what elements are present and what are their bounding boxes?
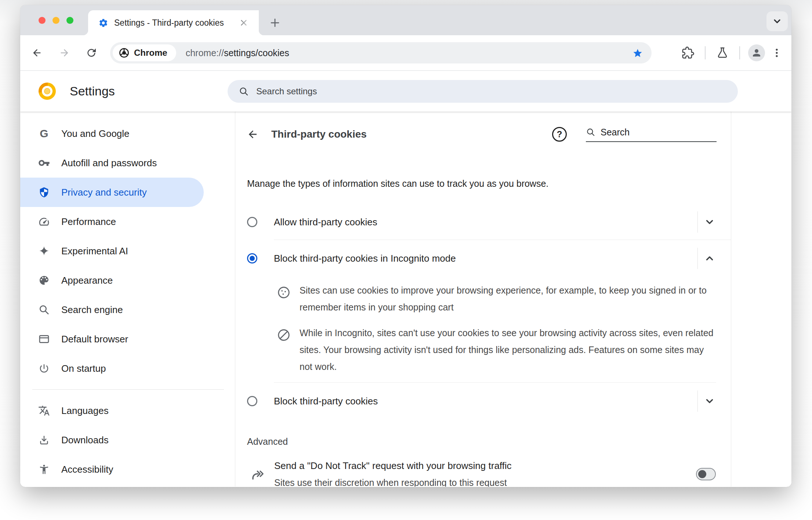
magnifier-icon: [38, 304, 50, 315]
option-block-third-party-incognito[interactable]: Block third-party cookies in Incognito m…: [235, 240, 731, 277]
browser-window-icon: [38, 333, 50, 345]
option-block-third-party-cookies[interactable]: Block third-party cookies: [235, 383, 731, 419]
key-icon: [38, 157, 50, 169]
forward-button[interactable]: [55, 44, 73, 62]
tab-title: Settings - Third-party cookies: [114, 18, 238, 28]
accessibility-icon: [38, 464, 50, 475]
sidebar-divider: [32, 389, 224, 390]
reload-button[interactable]: [83, 44, 100, 62]
traffic-lights: [39, 17, 73, 24]
sidebar-item-experimental-ai[interactable]: Experimental AI: [20, 236, 235, 266]
new-tab-button[interactable]: [265, 13, 284, 32]
cookie-options-group: Allow third-party cookies Block third-pa…: [235, 204, 731, 419]
chrome-logo-icon: [119, 47, 130, 58]
do-not-track-row[interactable]: Send a "Do Not Track" request with your …: [235, 460, 731, 487]
advanced-section-label: Advanced: [247, 436, 731, 447]
page-search-placeholder: Search: [601, 127, 630, 138]
minimize-window-button[interactable]: [52, 17, 59, 24]
tab-search-chevron-button[interactable]: [766, 11, 788, 31]
sidebar-item-languages[interactable]: Languages: [20, 396, 235, 425]
option-allow-third-party-cookies[interactable]: Allow third-party cookies: [235, 204, 731, 240]
zoom-window-button[interactable]: [66, 17, 73, 24]
menu-kebab-icon[interactable]: [768, 44, 786, 62]
sidebar-item-accessibility[interactable]: Accessibility: [20, 455, 235, 484]
cookie-icon: [276, 282, 291, 316]
radio-checked[interactable]: [247, 253, 257, 263]
back-button[interactable]: [28, 44, 46, 62]
sidebar-item-appearance[interactable]: Appearance: [20, 266, 235, 295]
sidebar-item-privacy-and-security[interactable]: Privacy and security: [20, 178, 204, 207]
dnt-subtitle: Sites use their discretion when respondi…: [274, 477, 512, 487]
chevron-up-icon[interactable]: [698, 248, 721, 269]
sidebar-item-default-browser[interactable]: Default browser: [20, 324, 235, 354]
settings-search-placeholder: Search settings: [256, 86, 317, 97]
browser-toolbar: Chrome chrome://settings/cookies: [20, 35, 791, 70]
tab-strip: Settings - Third-party cookies: [20, 5, 791, 35]
power-icon: [38, 363, 50, 374]
url-scheme: chrome://: [186, 48, 224, 58]
settings-content-pane: Third-party cookies ? Search Manage the …: [235, 112, 731, 487]
page-search-input[interactable]: Search: [586, 127, 717, 142]
shield-icon: [38, 187, 50, 198]
dnt-title: Send a "Do Not Track" request with your …: [274, 460, 512, 472]
google-g-icon: G: [38, 128, 50, 139]
sidebar-item-performance[interactable]: Performance: [20, 207, 235, 236]
chrome-canary-logo-icon: [39, 83, 56, 100]
address-bar[interactable]: Chrome chrome://settings/cookies: [110, 42, 652, 63]
radio-unchecked[interactable]: [247, 217, 257, 227]
experiments-flask-icon[interactable]: [714, 44, 731, 62]
site-chip[interactable]: Chrome: [113, 44, 176, 61]
do-not-track-arrow-icon: [250, 466, 266, 482]
tab-settings[interactable]: Settings - Third-party cookies: [88, 10, 259, 35]
sidebar-item-search-engine[interactable]: Search engine: [20, 295, 235, 324]
settings-app-header: Settings Search settings: [20, 70, 791, 112]
page-title: Third-party cookies: [271, 128, 367, 140]
url-path: settings/cookies: [224, 48, 289, 58]
speedometer-icon: [38, 216, 50, 228]
settings-app-title: Settings: [70, 84, 115, 98]
sparkle-icon: [38, 246, 50, 257]
palette-icon: [38, 274, 50, 286]
page-back-button[interactable]: [244, 126, 262, 143]
chevron-down-icon[interactable]: [698, 390, 721, 412]
dnt-toggle[interactable]: [696, 468, 716, 480]
bookmark-star-icon[interactable]: [632, 47, 644, 59]
translate-icon: [38, 405, 50, 417]
site-chip-label: Chrome: [134, 48, 167, 58]
extensions-puzzle-icon[interactable]: [679, 44, 697, 62]
search-icon: [239, 86, 249, 97]
incognito-detail-cookies: Sites can use cookies to improve your br…: [235, 282, 731, 316]
url-text: chrome://settings/cookies: [186, 48, 289, 58]
blocked-icon: [276, 324, 291, 375]
settings-search-input[interactable]: Search settings: [228, 80, 738, 103]
content-right-gutter: [731, 112, 791, 487]
browser-window: Settings - Third-party cookies: [20, 5, 791, 487]
profile-avatar[interactable]: [748, 44, 765, 61]
radio-unchecked[interactable]: [247, 396, 257, 406]
chevron-down-icon[interactable]: [698, 211, 721, 233]
help-icon[interactable]: ?: [552, 127, 567, 142]
page-intro-text: Manage the types of information sites ca…: [247, 178, 716, 189]
settings-gear-favicon: [98, 18, 108, 28]
sidebar-item-you-and-google[interactable]: G You and Google: [20, 119, 235, 148]
sidebar-item-autofill[interactable]: Autofill and passwords: [20, 148, 235, 178]
incognito-detail-blocked: While in Incognito, sites can't use your…: [235, 324, 731, 375]
search-icon: [586, 127, 595, 137]
sidebar-item-on-startup[interactable]: On startup: [20, 354, 235, 383]
close-window-button[interactable]: [39, 17, 46, 24]
sidebar-item-downloads[interactable]: Downloads: [20, 425, 235, 455]
settings-sidebar: G You and Google Autofill and passwords …: [20, 112, 235, 487]
download-icon: [38, 434, 50, 446]
